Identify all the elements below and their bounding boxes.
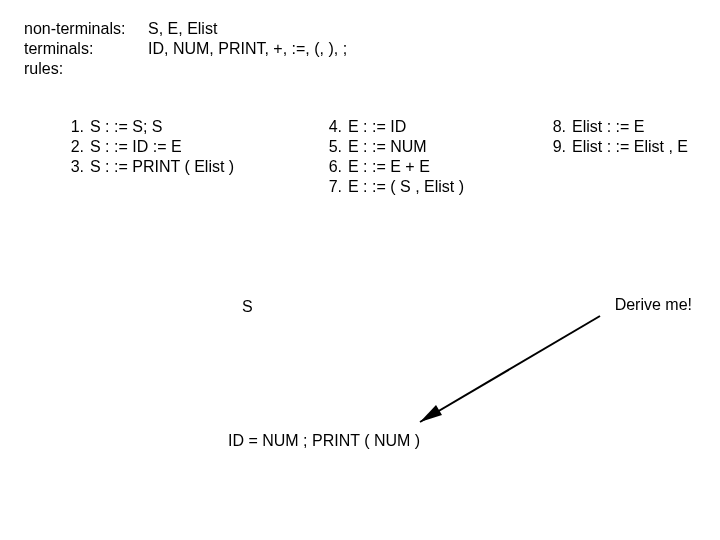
rule-number: 8. [544,118,566,136]
rule-body: E : := ID [348,118,406,136]
svg-marker-1 [420,405,442,422]
terminals-row: terminals: ID, NUM, PRINT, +, :=, (, ), … [24,40,347,58]
arrow-icon [400,310,620,440]
rule-number: 7. [320,178,342,196]
rule-body: S : := PRINT ( Elist ) [90,158,234,176]
rules-label: rules: [24,60,148,78]
rule-number: 5. [320,138,342,156]
terminals-value: ID, NUM, PRINT, +, :=, (, ), ; [148,40,347,58]
rule-number: 1. [62,118,84,136]
terminals-label: terminals: [24,40,148,58]
target-string: ID = NUM ; PRINT ( NUM ) [228,432,420,450]
rule-item: 7. E : := ( S , Elist ) [320,178,544,196]
rule-number: 4. [320,118,342,136]
rule-item: 9. Elist : := Elist , E [544,138,688,156]
rule-number: 9. [544,138,566,156]
rule-item: 3. S : := PRINT ( Elist ) [62,158,320,176]
rule-item: 1. S : := S; S [62,118,320,136]
start-symbol: S [242,298,253,316]
rules-column-2: 4. E : := ID 5. E : := NUM 6. E : := E +… [320,118,544,198]
grammar-definitions: non-terminals: S, E, Elist terminals: ID… [24,20,347,80]
rule-item: 4. E : := ID [320,118,544,136]
rules-label-row: rules: [24,60,347,78]
rule-item: 8. Elist : := E [544,118,688,136]
rule-body: S : := ID := E [90,138,182,156]
svg-line-0 [420,316,600,422]
rule-body: E : := ( S , Elist ) [348,178,464,196]
rule-body: Elist : := E [572,118,644,136]
rule-item: 5. E : := NUM [320,138,544,156]
rule-number: 2. [62,138,84,156]
nonterminals-value: S, E, Elist [148,20,217,38]
rule-body: Elist : := Elist , E [572,138,688,156]
rules-column-3: 8. Elist : := E 9. Elist : := Elist , E [544,118,688,198]
rule-item: 2. S : := ID := E [62,138,320,156]
rule-number: 3. [62,158,84,176]
nonterminals-row: non-terminals: S, E, Elist [24,20,347,38]
rules-columns: 1. S : := S; S 2. S : := ID := E 3. S : … [0,118,720,198]
nonterminals-label: non-terminals: [24,20,148,38]
rule-item: 6. E : := E + E [320,158,544,176]
derive-label: Derive me! [615,296,692,314]
rules-column-1: 1. S : := S; S 2. S : := ID := E 3. S : … [62,118,320,198]
rule-body: E : := E + E [348,158,430,176]
rule-body: S : := S; S [90,118,162,136]
rule-number: 6. [320,158,342,176]
rule-body: E : := NUM [348,138,427,156]
